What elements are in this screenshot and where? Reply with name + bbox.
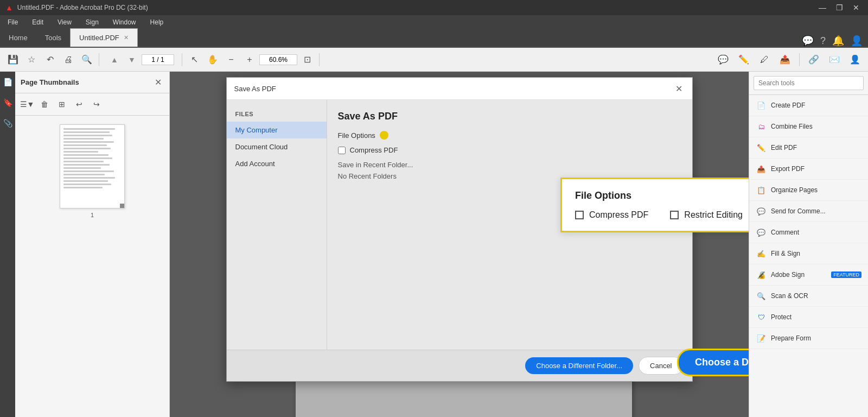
dialog-sidebar-add-account[interactable]: Add Account [227, 155, 327, 172]
tab-home[interactable]: Home [0, 28, 36, 47]
link-button[interactable]: 🔗 [805, 51, 822, 68]
file-options-checkboxes: Compress PDF Restrict Editing [575, 210, 749, 220]
fit-page-button[interactable]: ⊡ [298, 51, 316, 68]
dialog-heading: Save As PDF [338, 111, 681, 122]
prev-page-button[interactable]: ▲ [107, 52, 122, 67]
create-pdf-icon: 📄 [756, 100, 767, 111]
bookmark-star-button[interactable]: ☆ [23, 51, 40, 68]
restrict-editing-popup-checkbox[interactable] [670, 211, 679, 219]
adobe-sign-icon: 🔏 [756, 269, 767, 280]
dialog-sidebar-document-cloud[interactable]: Document Cloud [227, 138, 327, 155]
panel-menu-button[interactable]: ☰▼ [20, 97, 35, 112]
title-bar-controls[interactable]: — ❐ ✕ [815, 3, 863, 12]
panel-redo-button[interactable]: ↪ [89, 97, 104, 112]
tool-prepare-form[interactable]: 📝 Prepare Form [749, 328, 868, 349]
tool-fill-sign[interactable]: ✍️ Fill & Sign [749, 243, 868, 264]
tool-scan-ocr[interactable]: 🔍 Scan & OCR [749, 286, 868, 307]
pages-icon[interactable]: 📄 [2, 76, 14, 88]
file-options-popup: File Options Compress PDF Restrict Editi… [560, 178, 749, 232]
send-comment-icon: 💬 [756, 206, 767, 217]
tool-fill-sign-label: Fill & Sign [771, 250, 861, 257]
bookmarks-icon[interactable]: 🔖 [2, 97, 14, 109]
compress-pdf-checkbox[interactable] [338, 147, 346, 154]
file-options-row: File Options [338, 131, 681, 140]
zoom-level-input[interactable]: 60.6% [259, 54, 297, 65]
page-thumbnail[interactable] [60, 124, 125, 208]
save-button[interactable]: 💾 [4, 51, 22, 68]
zoom-in-button[interactable]: + [241, 51, 258, 68]
menu-edit[interactable]: Edit [29, 17, 47, 27]
share-button[interactable]: 📤 [776, 51, 794, 68]
comment-button[interactable]: 💬 [714, 51, 732, 68]
print-button[interactable]: 🖨 [60, 51, 77, 68]
next-page-button[interactable]: ▼ [124, 52, 139, 67]
highlight-button[interactable]: 🖊 [756, 51, 773, 68]
menu-sign[interactable]: Sign [82, 17, 102, 27]
email-button[interactable]: ✉️ [826, 51, 843, 68]
tool-edit-pdf[interactable]: ✏️ Edit PDF [749, 137, 868, 159]
tool-adobe-sign[interactable]: 🔏 Adobe Sign FEATURED [749, 264, 868, 286]
compress-pdf-popup-checkbox[interactable] [575, 211, 584, 219]
file-options-dot [380, 131, 388, 140]
choose-folder-footer-button[interactable]: Choose a Different Folder... [525, 357, 633, 374]
search-button[interactable]: 🔍 [78, 51, 95, 68]
title-bar: ▲ Untitled.PDF - Adobe Acrobat Pro DC (3… [0, 0, 868, 15]
tool-export-pdf[interactable]: 📤 Export PDF [749, 159, 868, 180]
tool-combine-files[interactable]: 🗂 Combine Files [749, 116, 868, 137]
tab-close-button[interactable]: ✕ [124, 34, 129, 41]
tool-adobe-sign-label: Adobe Sign [771, 271, 827, 279]
account-icon[interactable]: 👤 [851, 35, 863, 47]
tool-protect[interactable]: 🛡 Protect [749, 307, 868, 328]
featured-badge: FEATURED [831, 271, 861, 278]
choose-different-folder-button[interactable]: Choose a Different Folder... [677, 349, 749, 376]
select-tool-button[interactable]: ↖ [186, 51, 203, 68]
tab-tools[interactable]: Tools [36, 28, 70, 47]
compress-pdf-popup-item: Compress PDF [575, 210, 648, 220]
fill-sign-icon: ✍️ [756, 248, 767, 259]
minimize-button[interactable]: — [815, 3, 829, 12]
dialog-sidebar-section: FILES [227, 111, 327, 122]
menu-file[interactable]: File [4, 17, 21, 27]
hand-tool-button[interactable]: ✋ [204, 51, 221, 68]
panel-header: Page Thumbnails ✕ [15, 72, 169, 93]
tool-create-pdf[interactable]: 📄 Create PDF [749, 95, 868, 116]
page-number-input[interactable]: 1 / 1 [142, 54, 174, 65]
menu-bar: File Edit View Sign Window Help [0, 15, 868, 29]
restore-button[interactable]: ❐ [833, 3, 846, 12]
thumb-corner [120, 204, 124, 208]
search-tools-input[interactable] [754, 76, 864, 90]
dialog-close-button[interactable]: ✕ [674, 83, 685, 94]
notification-icon[interactable]: 🔔 [832, 35, 844, 47]
dialog-sidebar-my-computer[interactable]: My Computer [227, 122, 327, 138]
panel-close-button[interactable]: ✕ [152, 76, 164, 89]
panel-delete-button[interactable]: 🗑 [37, 97, 52, 112]
tab-bar: Home Tools Untitled.PDF ✕ 💬 ? 🔔 👤 [0, 29, 868, 48]
draw-button[interactable]: ✏️ [735, 51, 752, 68]
back-button[interactable]: ↶ [41, 51, 59, 68]
panel-toolbar: ☰▼ 🗑 ⊞ ↩ ↪ [15, 93, 169, 116]
menu-help[interactable]: Help [147, 17, 167, 27]
left-panel: Page Thumbnails ✕ ☰▼ 🗑 ⊞ ↩ ↪ [15, 72, 170, 417]
user-button[interactable]: 👤 [846, 51, 864, 68]
panel-undo-button[interactable]: ↩ [72, 97, 87, 112]
help-icon[interactable]: ? [820, 35, 826, 47]
tool-organize-pages[interactable]: 📋 Organize Pages [749, 180, 868, 201]
panel-content: 1 [15, 116, 169, 417]
save-recent-folder-link[interactable]: Save in Recent Folder... [338, 161, 681, 169]
dialog-title-bar: Save As PDF ✕ [227, 78, 692, 100]
menu-view[interactable]: View [54, 17, 75, 27]
scan-ocr-icon: 🔍 [756, 290, 767, 301]
close-button[interactable]: ✕ [850, 3, 863, 12]
toolbar-separator-1 [99, 53, 99, 66]
tool-comment[interactable]: 💬 Comment [749, 222, 868, 243]
panel-controls: ✕ [152, 76, 164, 89]
attachments-icon[interactable]: 📎 [2, 117, 14, 129]
tool-scan-ocr-label: Scan & OCR [771, 292, 861, 300]
chat-icon[interactable]: 💬 [802, 35, 814, 47]
main-layout: 📄 🔖 📎 Page Thumbnails ✕ ☰▼ 🗑 ⊞ ↩ ↪ [0, 72, 868, 417]
edit-pdf-icon: ✏️ [756, 142, 767, 153]
zoom-out-button[interactable]: − [222, 51, 240, 68]
tool-send-comment[interactable]: 💬 Send for Comme... [749, 201, 868, 222]
menu-window[interactable]: Window [110, 17, 139, 27]
panel-insert-button[interactable]: ⊞ [54, 97, 69, 112]
